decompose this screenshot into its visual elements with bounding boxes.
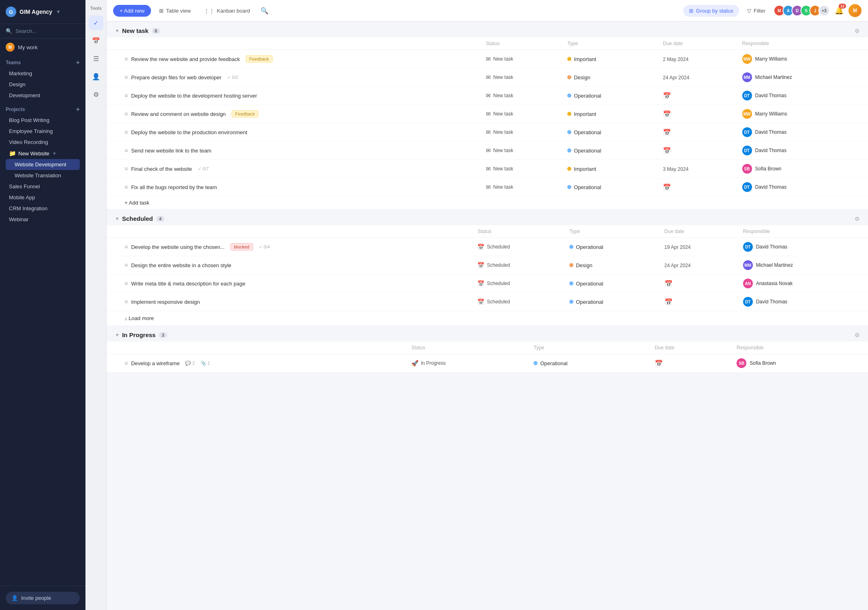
search-bar[interactable]: 🔍 Search...	[0, 24, 85, 39]
sidebar-item-sales-funnel[interactable]: Sales Funnel	[6, 181, 80, 192]
search-button[interactable]: 🔍	[258, 4, 271, 17]
add-task-row[interactable]: + Add task	[107, 196, 868, 209]
task-status-cell[interactable]: 🚀 In Progress	[407, 354, 529, 373]
task-status-cell[interactable]: ✉ New task	[481, 123, 562, 142]
sidebar-item-website-development[interactable]: Website Development	[6, 159, 80, 170]
task-responsible-cell[interactable]: DT David Thomas	[738, 238, 868, 256]
table-row[interactable]: ≡ Review and comment on website designFe…	[107, 105, 868, 123]
task-due-date-cell[interactable]: 📅	[658, 123, 737, 142]
task-status-cell[interactable]: ✉ New task	[481, 68, 562, 87]
sidebar-item-development[interactable]: Development	[6, 90, 80, 101]
group-by-status-button[interactable]: ⊞ Group by status	[683, 5, 739, 17]
table-row[interactable]: ≡ Send new website link to the team ✉ Ne…	[107, 142, 868, 160]
task-due-date-cell[interactable]: 📅	[658, 87, 737, 105]
task-responsible-cell[interactable]: DT David Thomas	[737, 142, 868, 160]
table-row[interactable]: ≡ Deploy the website to the production e…	[107, 123, 868, 142]
task-name-cell[interactable]: ≡ Deploy the website to the production e…	[107, 123, 481, 142]
task-status-cell[interactable]: ✉ New task	[481, 142, 562, 160]
task-responsible-cell[interactable]: DT David Thomas	[738, 293, 868, 311]
sidebar-item-webinar[interactable]: Webinar	[6, 214, 80, 225]
task-type-cell[interactable]: Operational	[564, 238, 659, 256]
table-row[interactable]: ≡ Implement responsive design 📅 Schedule…	[107, 293, 868, 311]
task-type-cell[interactable]: Operational	[564, 293, 659, 311]
task-status-cell[interactable]: ✉ New task	[481, 87, 562, 105]
task-type-cell[interactable]: Important	[562, 160, 658, 178]
task-status-cell[interactable]: ✉ New task	[481, 50, 562, 68]
group-toggle-scheduled[interactable]: ▼	[115, 216, 120, 222]
filter-button[interactable]: ▽ Filter	[742, 5, 770, 17]
table-row[interactable]: ≡ Final check of the website✓ 0/7 ✉ New …	[107, 160, 868, 178]
task-responsible-cell[interactable]: MW Marry Williams	[737, 105, 868, 123]
load-more-button[interactable]: ↓ Load more	[107, 311, 868, 326]
task-responsible-cell[interactable]: DT David Thomas	[737, 87, 868, 105]
table-row[interactable]: ≡ Prepare design files for web developer…	[107, 68, 868, 87]
sidebar-item-blog-post[interactable]: Blog Post Writing	[6, 115, 80, 126]
task-type-cell[interactable]: Operational	[529, 354, 649, 373]
sidebar-item-new-website[interactable]: 📁 New Website ▾	[6, 148, 80, 159]
task-name-cell[interactable]: ≡ Fix all the bugs reported by the team	[107, 178, 481, 196]
task-responsible-cell[interactable]: MM Michael Martinez	[737, 68, 868, 87]
task-status-cell[interactable]: ✉ New task	[481, 178, 562, 196]
user-avatar[interactable]: M	[848, 4, 861, 17]
tool-list[interactable]: ☰	[89, 51, 103, 66]
task-responsible-cell[interactable]: DT David Thomas	[737, 178, 868, 196]
task-status-cell[interactable]: 📅 Scheduled	[472, 293, 564, 311]
my-work-item[interactable]: M My work	[0, 39, 85, 56]
group-settings-scheduled[interactable]: ⚙	[855, 216, 860, 222]
task-name-cell[interactable]: ≡ Design the entire website in a chosen …	[107, 256, 472, 274]
task-status-cell[interactable]: ✉ New task	[481, 160, 562, 178]
task-status-cell[interactable]: 📅 Scheduled	[472, 238, 564, 256]
sidebar-item-crm-integration[interactable]: CRM Integration	[6, 203, 80, 214]
task-status-cell[interactable]: 📅 Scheduled	[472, 274, 564, 293]
task-due-date-cell[interactable]: 📅	[658, 105, 737, 123]
task-type-cell[interactable]: Operational	[562, 87, 658, 105]
sidebar-item-employee-training[interactable]: Employee Training	[6, 126, 80, 137]
task-name-cell[interactable]: ≡ Final check of the website✓ 0/7	[107, 160, 481, 178]
task-name-cell[interactable]: ≡ Implement responsive design	[107, 293, 472, 311]
avatar-count[interactable]: +3	[818, 5, 830, 16]
task-name-cell[interactable]: ≡ Prepare design files for web developer…	[107, 68, 481, 87]
sidebar-item-video-recording[interactable]: Video Recording	[6, 137, 80, 148]
task-responsible-cell[interactable]: SB Sofia Brown	[737, 160, 868, 178]
invite-people-button[interactable]: 👤 Invite people	[6, 592, 80, 604]
add-task-button[interactable]: + Add task	[107, 196, 868, 209]
group-settings-new-task[interactable]: ⚙	[855, 28, 860, 34]
app-logo[interactable]: G GIM Agency ▾	[0, 0, 85, 24]
task-name-cell[interactable]: ≡ Write meta title & meta description fo…	[107, 274, 472, 293]
task-responsible-cell[interactable]: AN Anastasia Novak	[738, 274, 868, 293]
notification-button[interactable]: 🔔 12	[833, 4, 845, 17]
tool-settings[interactable]: ⚙	[89, 87, 103, 102]
task-type-cell[interactable]: Operational	[562, 142, 658, 160]
task-due-date-cell[interactable]: 📅	[660, 293, 738, 311]
task-type-cell[interactable]: Operational	[564, 274, 659, 293]
table-row[interactable]: ≡ Deploy the website to the development …	[107, 87, 868, 105]
table-view-button[interactable]: ⊞ Table view	[154, 5, 196, 16]
task-type-cell[interactable]: Important	[562, 105, 658, 123]
task-name-cell[interactable]: ≡ Send new website link to the team	[107, 142, 481, 160]
task-type-cell[interactable]: Operational	[562, 178, 658, 196]
task-type-cell[interactable]: Design	[564, 256, 659, 274]
task-due-date-cell[interactable]: 2 May 2024	[658, 50, 737, 68]
task-responsible-cell[interactable]: MM Michael Martinez	[738, 256, 868, 274]
task-due-date-cell[interactable]: 📅	[660, 274, 738, 293]
task-name-cell[interactable]: ≡ Develop the website using the chosen..…	[107, 238, 472, 256]
task-due-date-cell[interactable]: 24 Apr 2024	[658, 68, 737, 87]
sidebar-item-design[interactable]: Design	[6, 79, 80, 90]
add-new-button[interactable]: + Add new	[113, 5, 151, 17]
table-row[interactable]: ≡ Review the new website and provide fee…	[107, 50, 868, 68]
group-toggle-in-progress[interactable]: ▼	[115, 332, 120, 338]
task-name-cell[interactable]: ≡ Deploy the website to the development …	[107, 87, 481, 105]
sidebar-item-website-translation[interactable]: Website Translation	[6, 170, 80, 181]
task-status-cell[interactable]: ✉ New task	[481, 105, 562, 123]
group-settings-in-progress[interactable]: ⚙	[855, 332, 860, 338]
kanban-board-button[interactable]: ⋮⋮ Kanban board	[199, 5, 255, 16]
sidebar-item-mobile-app[interactable]: Mobile App	[6, 192, 80, 203]
task-type-cell[interactable]: Important	[562, 50, 658, 68]
load-more-row[interactable]: ↓ Load more	[107, 311, 868, 326]
task-name-cell[interactable]: ≡ Develop a wireframe💬 2📎 1	[107, 354, 407, 373]
task-type-cell[interactable]: Design	[562, 68, 658, 87]
table-row[interactable]: ≡ Develop the website using the chosen..…	[107, 238, 868, 256]
task-name-cell[interactable]: ≡ Review and comment on website designFe…	[107, 105, 481, 123]
task-name-cell[interactable]: ≡ Review the new website and provide fee…	[107, 50, 481, 68]
table-row[interactable]: ≡ Fix all the bugs reported by the team …	[107, 178, 868, 196]
